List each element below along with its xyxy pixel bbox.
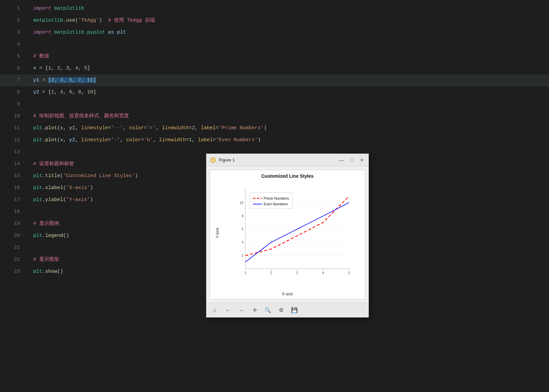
code-line-6: 6x = [1, 2, 3, 4, 5] <box>0 62 549 74</box>
toolbar-save-button[interactable]: 💾 <box>289 306 299 315</box>
svg-text:6: 6 <box>242 227 244 231</box>
code-line-10: 10# 绘制折线图、设置线条样式、颜色和宽度 <box>0 110 549 122</box>
token-num: 10 <box>87 89 93 95</box>
token-punc: ) <box>264 125 267 131</box>
token-punc: = <box>213 137 216 143</box>
token-string: 'Customized Line Styles' <box>63 173 135 179</box>
svg-text:1: 1 <box>244 271 246 275</box>
line-content-11: plt.plot(x, y1, linestyle='--', color='r… <box>27 122 549 134</box>
svg-text:Prime Numbers: Prime Numbers <box>264 196 289 200</box>
token-punc <box>51 6 54 11</box>
chart-svg: 2 4 6 8 10 1 2 3 4 5 <box>227 183 362 284</box>
token-num: 1 <box>189 137 192 143</box>
token-punc: . <box>42 137 45 143</box>
line-content-3: import matplotlib.pyplot as plt <box>27 27 549 39</box>
token-punc: , <box>192 137 198 143</box>
line-number-9: 9 <box>0 98 27 110</box>
toolbar-home-button[interactable]: ⌂ <box>210 306 220 315</box>
line-number-18: 18 <box>0 206 27 218</box>
toolbar-settings-button[interactable]: ⚙ <box>276 306 286 315</box>
line-number-17: 17 <box>0 194 27 206</box>
token-comment: # 显示图形 <box>33 257 59 262</box>
token-var-x: x <box>33 65 36 71</box>
svg-text:Even Numbers: Even Numbers <box>264 202 288 206</box>
token-punc: ] <box>87 65 90 71</box>
token-num: 1 <box>48 65 51 71</box>
line-content-6: x = [1, 2, 3, 4, 5] <box>27 62 549 74</box>
code-line-5: 5# 数据 <box>0 50 549 62</box>
token-punc: . <box>42 269 45 274</box>
token-string: 'b' <box>144 137 153 143</box>
line-number-1: 1 <box>0 3 27 15</box>
line-number-13: 13 <box>0 146 27 158</box>
token-string: 'Even Numbers' <box>216 137 258 143</box>
token-punc: . <box>63 18 66 23</box>
token-punc: ( <box>63 197 66 203</box>
token-num: 4 <box>75 65 78 71</box>
figure-close-button[interactable]: ✕ <box>359 157 365 163</box>
token-punc: , <box>63 89 69 95</box>
line-number-5: 5 <box>0 50 27 62</box>
token-param: linestyle <box>81 137 108 143</box>
line-content-7: y1 = [2, 3, 5, 7, 11] <box>27 74 549 86</box>
token-punc: = <box>141 137 144 143</box>
token-plt-blue: plt <box>33 173 42 179</box>
code-line-4: 4 <box>0 39 549 50</box>
toolbar-zoom-button[interactable]: 🔍 <box>263 306 273 315</box>
chart-area: Customized Line Styles Y-axis <box>210 170 365 299</box>
toolbar-back-button[interactable]: ← <box>223 306 233 315</box>
token-lib: matplotlib <box>33 18 63 23</box>
token-comment: # 显示图例 <box>33 221 59 227</box>
token-punc: , <box>63 137 69 143</box>
token-num: 4 <box>60 89 63 95</box>
token-punc: ) <box>99 18 108 23</box>
token-lib: matplotlib <box>54 6 84 11</box>
line-content-8: y2 = [1, 4, 6, 8, 10] <box>27 86 549 98</box>
token-method: ylabel <box>45 197 63 203</box>
token-plt-blue: plt <box>33 197 42 203</box>
line-number-7: 7 <box>0 74 27 86</box>
figure-title: Figure 1 <box>219 157 338 162</box>
token-punc: = <box>108 137 111 143</box>
figure-window-controls[interactable]: — □ ✕ <box>338 157 365 163</box>
token-punc: ) <box>90 185 93 191</box>
token-punc: ( <box>63 185 66 191</box>
line-number-4: 4 <box>0 39 27 50</box>
token-punc <box>51 30 54 35</box>
token-comment: # 设置标题和标签 <box>33 161 74 167</box>
svg-rect-23 <box>250 193 293 209</box>
token-plt-blue: plt <box>33 125 42 131</box>
line-number-23: 23 <box>0 266 27 278</box>
token-punc: = [ <box>36 65 48 71</box>
token-method: use <box>66 18 75 23</box>
line-content-4 <box>27 39 549 50</box>
svg-text:2: 2 <box>242 254 244 257</box>
toolbar-forward-button[interactable]: → <box>236 306 246 315</box>
line-number-10: 10 <box>0 110 27 122</box>
figure-minimize-button[interactable]: — <box>338 157 345 163</box>
figure-toolbar: ⌂ ← → ✛ 🔍 ⚙ 💾 <box>206 303 369 317</box>
code-line-12: 12plt.plot(x, y2, linestyle='-', color='… <box>0 134 549 146</box>
line-number-19: 19 <box>0 218 27 230</box>
token-string: '--' <box>111 125 123 131</box>
toolbar-move-button[interactable]: ✛ <box>250 306 260 315</box>
line-content-10: # 绘制折线图、设置线条样式、颜色和宽度 <box>27 110 549 122</box>
token-string: 'X-axis' <box>66 185 90 191</box>
token-param: linewidth <box>162 125 189 131</box>
svg-text:2: 2 <box>270 271 272 275</box>
line-number-2: 2 <box>0 15 27 27</box>
code-line-7: 7y1 = [2, 3, 5, 7, 11] <box>0 74 549 86</box>
token-punc: , <box>54 89 60 95</box>
token-selected: [2, 3, 5, 7, 11] <box>48 77 96 83</box>
token-punc: , <box>123 125 129 131</box>
token-punc: ) <box>258 137 261 143</box>
figure-maximize-button[interactable]: □ <box>349 157 355 163</box>
token-num: 3 <box>66 65 69 71</box>
line-number-15: 15 <box>0 170 27 182</box>
token-punc: , <box>72 89 78 95</box>
token-param: linewidth <box>159 137 186 143</box>
token-punc: . <box>42 185 45 191</box>
x-axis-label: X-axis <box>210 292 365 296</box>
token-num: 2 <box>192 125 195 131</box>
figure-app-icon <box>210 157 216 163</box>
